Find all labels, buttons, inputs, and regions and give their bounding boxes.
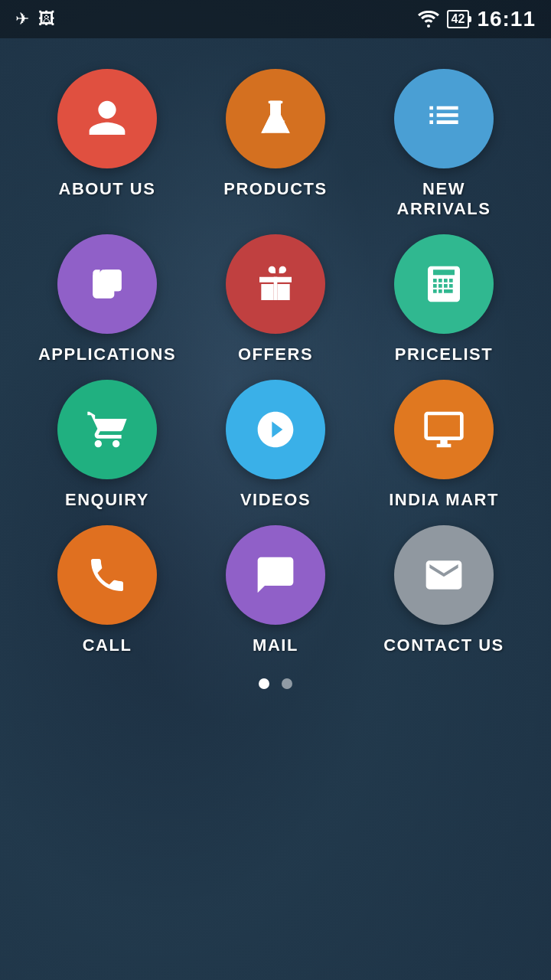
new-arrivals-button[interactable] <box>394 69 494 168</box>
menu-item-offers[interactable]: OFFERS <box>207 234 344 364</box>
phone-icon <box>86 554 129 596</box>
status-right-info: 42 16:11 <box>418 7 536 31</box>
menu-item-about-us[interactable]: ABOUT US <box>38 69 176 199</box>
cart-icon <box>86 408 129 451</box>
battery-indicator: 42 <box>447 10 470 28</box>
grid-row-4: CALL MAIL CONTACT US <box>23 525 528 655</box>
gift-icon <box>254 263 297 305</box>
status-left-icons: ✈ 🖼 <box>15 9 55 29</box>
person-icon <box>86 97 129 140</box>
videos-button[interactable] <box>226 380 325 479</box>
main-content: ABOUT US PRODUCTS NEW ARR <box>0 38 551 704</box>
menu-item-mail[interactable]: MAIL <box>207 525 344 655</box>
contact-us-label: CONTACT US <box>383 635 504 655</box>
call-label: CALL <box>83 635 132 655</box>
monitor-icon <box>422 408 465 451</box>
new-arrivals-label: NEW ARRIVALS <box>375 179 513 219</box>
menu-item-enquiry[interactable]: ENQUIRY <box>38 380 176 510</box>
mail-button[interactable] <box>226 525 325 625</box>
about-us-label: ABOUT US <box>59 179 156 199</box>
chat-icon <box>254 554 297 596</box>
products-button[interactable] <box>226 69 325 168</box>
menu-item-products[interactable]: PRODUCTS <box>207 69 344 199</box>
svg-rect-0 <box>269 101 283 104</box>
contact-us-button[interactable] <box>394 525 494 625</box>
svg-rect-4 <box>103 270 121 291</box>
list-icon <box>422 97 465 140</box>
mail-label: MAIL <box>253 635 298 655</box>
battery-level: 42 <box>452 12 465 25</box>
airplane-icon: ✈ <box>15 9 29 29</box>
about-us-button[interactable] <box>57 69 157 168</box>
call-button[interactable] <box>57 525 157 625</box>
videos-label: VIDEOS <box>240 490 311 510</box>
products-label: PRODUCTS <box>223 179 327 199</box>
india-mart-label: INDIA MART <box>389 490 499 510</box>
page-dot-1[interactable] <box>259 678 269 689</box>
calculator-icon <box>422 263 465 305</box>
svg-point-1 <box>270 122 275 126</box>
applications-label: APPLICATIONS <box>38 345 176 364</box>
pricelist-button[interactable] <box>394 234 494 334</box>
envelope-icon <box>422 554 465 596</box>
menu-item-india-mart[interactable]: INDIA MART <box>375 380 513 510</box>
play-icon <box>254 408 297 451</box>
applications-button[interactable] <box>57 234 157 334</box>
page-dot-2[interactable] <box>282 678 292 689</box>
flask-icon <box>254 97 297 140</box>
menu-item-contact-us[interactable]: CONTACT US <box>375 525 513 655</box>
menu-item-new-arrivals[interactable]: NEW ARRIVALS <box>375 69 513 219</box>
menu-item-call[interactable]: CALL <box>38 525 176 655</box>
menu-item-pricelist[interactable]: PRICELIST <box>375 234 513 364</box>
clock: 16:11 <box>477 7 536 31</box>
svg-point-2 <box>278 119 281 122</box>
menu-item-applications[interactable]: APPLICATIONS <box>38 234 176 364</box>
grid-row-3: ENQUIRY VIDEOS INDIA MART <box>23 380 528 510</box>
pricelist-label: PRICELIST <box>395 345 493 364</box>
svg-rect-5 <box>274 277 278 300</box>
grid-row-1: ABOUT US PRODUCTS NEW ARR <box>23 69 528 219</box>
enquiry-label: ENQUIRY <box>65 490 149 510</box>
offers-label: OFFERS <box>238 345 313 364</box>
image-icon: 🖼 <box>38 9 55 29</box>
grid-row-2: APPLICATIONS OFFERS PRICELIST <box>23 234 528 364</box>
india-mart-button[interactable] <box>394 380 494 479</box>
copy-icon <box>86 263 129 305</box>
status-bar: ✈ 🖼 42 16:11 <box>0 0 551 38</box>
page-indicator <box>259 678 292 689</box>
wifi-icon <box>418 11 439 28</box>
enquiry-button[interactable] <box>57 380 157 479</box>
offers-button[interactable] <box>226 234 325 334</box>
menu-item-videos[interactable]: VIDEOS <box>207 380 344 510</box>
